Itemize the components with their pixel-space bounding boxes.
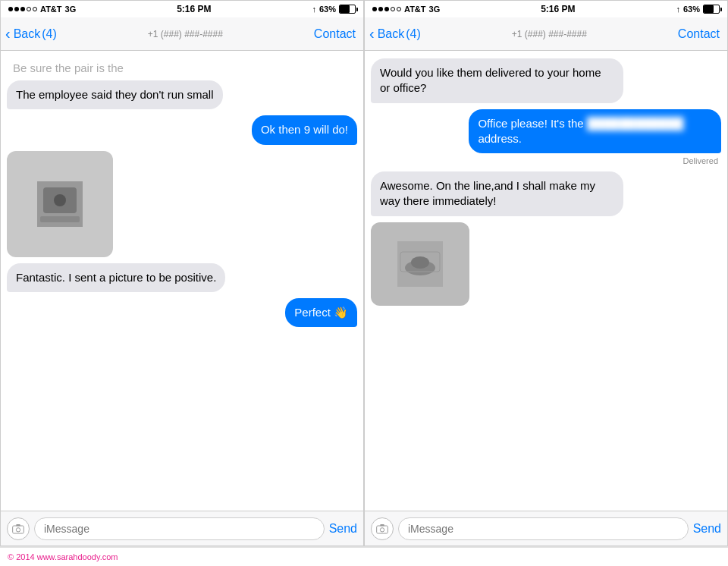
message-row-3 (7, 151, 357, 257)
right-network-label: 3G (429, 5, 441, 14)
chevron-left-icon: ‹ (5, 25, 11, 42)
carrier-label: AT&T (40, 5, 62, 14)
bubble-received-1: The employee said they don't run small (7, 80, 223, 109)
rdot1 (372, 7, 377, 11)
right-message-row-4: Awesome. On the line,and I shall make my… (371, 171, 721, 216)
right-nav-bar: ‹ Back (4) +1 (###) ###-#### Contact (365, 17, 727, 51)
right-bubble-received-1: Would you like them delivered to your ho… (371, 58, 623, 103)
left-contact-button[interactable]: Contact (314, 27, 356, 41)
left-status-left: AT&T 3G (8, 5, 76, 14)
rdot3 (384, 7, 389, 11)
rdot4 (391, 7, 395, 11)
svg-point-9 (411, 256, 429, 269)
image-placeholder-icon (37, 181, 83, 227)
left-chat-area: Be sure the pair is the The employee sai… (1, 51, 363, 511)
footer-text: © 2014 www.sarahdoody.com (8, 552, 118, 561)
office-suffix: address. (478, 132, 522, 145)
svg-rect-13 (380, 524, 384, 526)
left-input-bar: Send (1, 511, 363, 546)
left-message-input[interactable] (34, 517, 325, 540)
message-row-1: The employee said they don't run small (7, 80, 357, 109)
dot3 (20, 7, 25, 11)
right-status-bar: AT&T 3G 5:16 PM ↑ 63% (365, 1, 727, 17)
right-location-icon: ↑ (676, 5, 680, 14)
left-nav-bar: ‹ Back (4) +1 (###) ###-#### Contact (1, 17, 363, 51)
partial-message: Be sure the pair is the (7, 58, 357, 74)
right-message-row-5 (371, 222, 721, 306)
dot5 (33, 7, 37, 11)
rdot2 (378, 7, 383, 11)
bubble-sent-2: Perfect 👋 (285, 298, 357, 327)
right-message-input[interactable] (398, 517, 689, 540)
location-icon: ↑ (312, 5, 316, 14)
bubble-received-2: Fantastic. I sent a picture to be positi… (7, 263, 225, 292)
message-row-5: Perfect 👋 (7, 298, 357, 327)
right-status-left: AT&T 3G (372, 5, 440, 14)
right-carrier-label: AT&T (404, 5, 426, 14)
rdot5 (397, 7, 401, 11)
right-time: 5:16 PM (541, 4, 575, 14)
right-camera-icon (376, 524, 388, 534)
svg-rect-6 (16, 524, 20, 526)
left-camera-button[interactable] (7, 517, 30, 540)
left-time: 5:16 PM (177, 4, 211, 14)
right-message-row-1: Would you like them delivered to your ho… (371, 58, 721, 103)
right-send-button[interactable]: Send (693, 522, 721, 536)
message-row-4: Fantastic. I sent a picture to be positi… (7, 263, 357, 292)
right-back-count: (4) (406, 27, 421, 41)
right-contact-button[interactable]: Contact (678, 27, 720, 41)
right-chevron-left-icon: ‹ (369, 25, 375, 42)
right-image-placeholder-icon (397, 241, 443, 287)
right-bubble-received-2: Awesome. On the line,and I shall make my… (371, 171, 623, 216)
signal-dots (8, 7, 37, 11)
left-status-right: ↑ 63% (312, 5, 356, 14)
bubble-sent-1: Ok then 9 will do! (252, 115, 357, 144)
svg-point-12 (380, 527, 384, 531)
right-camera-button[interactable] (371, 517, 394, 540)
left-send-button[interactable]: Send (329, 522, 357, 536)
svg-point-2 (54, 194, 66, 206)
office-prefix: Office please! It's the (478, 117, 583, 130)
right-battery-percent: 63% (683, 5, 700, 14)
blurred-address: ████████████ (587, 116, 684, 131)
right-photo-1 (371, 222, 469, 306)
svg-rect-3 (40, 216, 80, 222)
left-back-button[interactable]: ‹ Back (4) (5, 25, 57, 42)
left-status-bar: AT&T 3G 5:16 PM ↑ 63% (1, 1, 363, 17)
dot2 (14, 7, 19, 11)
right-status-right: ↑ 63% (676, 5, 720, 14)
message-row-2: Ok then 9 will do! (7, 115, 357, 144)
network-label: 3G (65, 5, 77, 14)
dot1 (8, 7, 13, 11)
camera-icon (12, 524, 24, 534)
left-photo-1 (7, 151, 113, 257)
right-chat-area: Would you like them delivered to your ho… (365, 51, 727, 511)
right-signal-dots (372, 7, 401, 11)
battery-icon (339, 5, 356, 14)
right-input-bar: Send (365, 511, 727, 546)
right-message-row-2: Office please! It's the ████████████ add… (371, 109, 721, 154)
right-battery-fill (704, 5, 714, 13)
left-nav-number: +1 (###) ###-#### (63, 29, 308, 39)
back-label: Back (14, 27, 41, 41)
back-count: (4) (42, 27, 57, 41)
left-phone: AT&T 3G 5:16 PM ↑ 63% ‹ Back (4) +1 (###… (0, 0, 364, 546)
right-bubble-sent-1: Office please! It's the ████████████ add… (469, 109, 721, 154)
dot4 (27, 7, 31, 11)
right-back-button[interactable]: ‹ Back (4) (369, 25, 421, 42)
right-nav-number: +1 (###) ###-#### (427, 29, 672, 39)
right-back-label: Back (378, 27, 405, 41)
phones-container: AT&T 3G 5:16 PM ↑ 63% ‹ Back (4) +1 (###… (0, 0, 728, 548)
delivered-label: Delivered (371, 156, 718, 165)
right-phone: AT&T 3G 5:16 PM ↑ 63% ‹ Back (4) +1 (###… (364, 0, 728, 546)
svg-point-5 (16, 527, 20, 531)
battery-fill (340, 5, 350, 13)
footer: © 2014 www.sarahdoody.com (0, 548, 728, 566)
battery-percent: 63% (319, 5, 336, 14)
right-battery-icon (703, 5, 720, 14)
